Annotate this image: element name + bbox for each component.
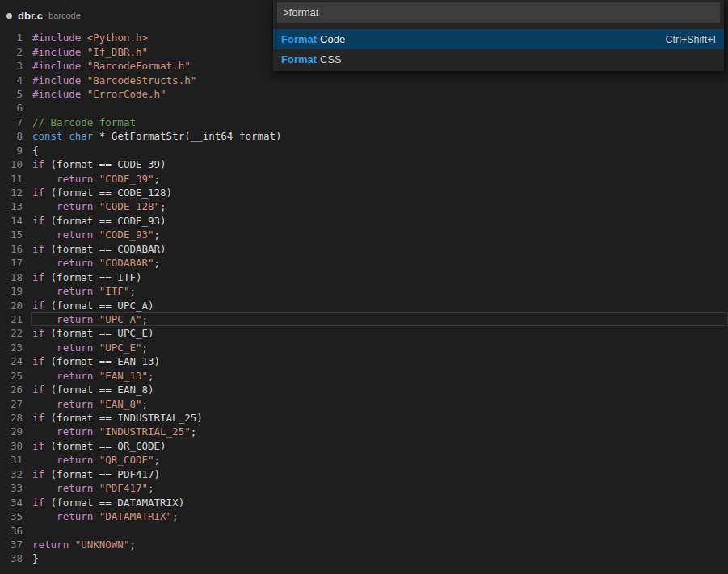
code-line-content[interactable]: return "CODE_39"; [31, 171, 728, 185]
line-number[interactable]: 19 [0, 285, 23, 297]
palette-item[interactable]: FormatCSS [273, 49, 724, 69]
code-line[interactable]: 8const char * GetFormatStr(__int64 forma… [0, 129, 728, 143]
code-line-content[interactable]: return "ITF"; [31, 284, 728, 298]
code-line[interactable]: 34if (format == DATAMATRIX) [0, 495, 728, 509]
code-line[interactable]: 22if (format == UPC_E) [0, 326, 728, 340]
code-line[interactable]: 23 return "UPC_E"; [0, 341, 728, 354]
code-line-content[interactable]: if (format == CODE_39) [31, 157, 728, 171]
code-line-content[interactable]: return "UPC_A"; [31, 312, 728, 326]
code-line-content[interactable]: if (format == CODE_93) [31, 214, 728, 228]
code-line-content[interactable] [31, 101, 728, 115]
code-line-content[interactable]: return "UNKNOWN"; [31, 538, 728, 551]
line-number[interactable]: 10 [0, 158, 23, 170]
line-number[interactable]: 1 [0, 31, 23, 44]
code-line-content[interactable]: return "UPC_E"; [31, 341, 728, 354]
code-line-content[interactable]: return "DATAMATRIX"; [31, 509, 728, 523]
line-number[interactable]: 30 [0, 440, 23, 452]
line-number[interactable]: 18 [0, 271, 23, 283]
code-line[interactable]: 25 return "EAN_13"; [0, 369, 728, 383]
line-number[interactable]: 14 [0, 215, 23, 227]
line-number[interactable]: 9 [0, 145, 23, 157]
code-line[interactable]: 21 return "UPC_A"; [0, 312, 728, 326]
line-number[interactable]: 38 [0, 552, 23, 564]
line-number[interactable]: 3 [0, 60, 23, 72]
code-line-content[interactable]: const char * GetFormatStr(__int64 format… [31, 129, 728, 143]
code-line-content[interactable]: if (format == PDF417) [31, 467, 728, 481]
code-line[interactable]: 7// Barcode format [0, 115, 728, 129]
code-line[interactable]: 18if (format == ITF) [0, 270, 728, 283]
code-line[interactable]: 11 return "CODE_39"; [0, 171, 728, 185]
code-line[interactable]: 12if (format == CODE_128) [0, 186, 728, 199]
code-line-content[interactable]: return "PDF417"; [31, 481, 728, 495]
code-line[interactable]: 17 return "CODABAR"; [0, 256, 728, 270]
line-number[interactable]: 34 [0, 496, 23, 509]
code-line[interactable]: 10if (format == CODE_39) [0, 157, 728, 171]
code-line-content[interactable]: if (format == CODE_128) [31, 186, 728, 199]
code-line[interactable]: 15 return "CODE_93"; [0, 228, 728, 241]
code-line[interactable]: 26if (format == EAN_8) [0, 383, 728, 396]
code-line-content[interactable]: } [31, 551, 728, 565]
command-palette-input[interactable] [277, 2, 720, 23]
code-line[interactable]: 37return "UNKNOWN"; [0, 538, 728, 551]
code-line[interactable]: 9{ [0, 144, 728, 157]
code-line-content[interactable]: return "QR_CODE"; [31, 453, 728, 467]
line-number[interactable]: 20 [0, 300, 23, 312]
code-line[interactable]: 5#include "ErrorCode.h" [0, 87, 728, 101]
code-line[interactable]: 33 return "PDF417"; [0, 481, 728, 495]
palette-item[interactable]: FormatCodeCtrl+Shift+I [273, 29, 724, 49]
line-number[interactable]: 25 [0, 370, 23, 382]
line-number[interactable]: 4 [0, 74, 23, 86]
code-line[interactable]: 24if (format == EAN_13) [0, 354, 728, 368]
code-line-content[interactable]: return "INDUSTRIAL_25"; [31, 425, 728, 438]
code-line[interactable]: 4#include "BarcodeStructs.h" [0, 73, 728, 86]
code-line[interactable]: 27 return "EAN_8"; [0, 396, 728, 410]
code-line-content[interactable] [31, 523, 728, 537]
code-line-content[interactable]: return "CODE_128"; [31, 199, 728, 213]
line-number[interactable]: 2 [0, 46, 23, 58]
line-number[interactable]: 32 [0, 468, 23, 480]
code-line-content[interactable]: if (format == QR_CODE) [31, 439, 728, 453]
code-line[interactable]: 6 [0, 101, 728, 115]
line-number[interactable]: 26 [0, 383, 23, 396]
line-number[interactable]: 33 [0, 482, 23, 494]
code-editor[interactable]: 1#include <Python.h>2#include "If_DBR.h"… [0, 31, 728, 574]
code-line-content[interactable]: { [31, 144, 728, 157]
code-line-content[interactable]: return "CODE_93"; [31, 228, 728, 241]
code-line[interactable]: 20if (format == UPC_A) [0, 298, 728, 312]
code-line[interactable]: 31 return "QR_CODE"; [0, 453, 728, 467]
line-number[interactable]: 23 [0, 341, 23, 354]
code-line-content[interactable]: return "CODABAR"; [31, 256, 728, 270]
code-line-content[interactable]: if (format == INDUSTRIAL_25) [31, 411, 728, 425]
code-line[interactable]: 28if (format == INDUSTRIAL_25) [0, 411, 728, 425]
code-line-content[interactable]: if (format == EAN_13) [31, 354, 728, 368]
line-number[interactable]: 8 [0, 130, 23, 142]
code-line[interactable]: 38} [0, 551, 728, 565]
line-number[interactable]: 31 [0, 454, 23, 466]
line-number[interactable]: 12 [0, 186, 23, 199]
line-number[interactable]: 5 [0, 88, 23, 100]
line-number[interactable]: 27 [0, 398, 23, 410]
code-line[interactable]: 13 return "CODE_128"; [0, 199, 728, 213]
code-line[interactable]: 29 return "INDUSTRIAL_25"; [0, 425, 728, 438]
code-line[interactable]: 30if (format == QR_CODE) [0, 439, 728, 453]
line-number[interactable]: 6 [0, 102, 23, 114]
code-line-content[interactable]: return "EAN_8"; [31, 396, 728, 410]
code-line-content[interactable]: #include "ErrorCode.h" [31, 87, 728, 101]
line-number[interactable]: 36 [0, 525, 23, 537]
line-number[interactable]: 28 [0, 412, 23, 424]
code-line-content[interactable]: return "EAN_13"; [31, 369, 728, 383]
line-number[interactable]: 21 [0, 313, 23, 325]
code-line-content[interactable]: if (format == EAN_8) [31, 383, 728, 396]
line-number[interactable]: 22 [0, 327, 23, 339]
code-line[interactable]: 14if (format == CODE_93) [0, 214, 728, 228]
line-number[interactable]: 15 [0, 228, 23, 241]
code-line[interactable]: 16if (format == CODABAR) [0, 242, 728, 256]
code-line-content[interactable]: if (format == ITF) [31, 270, 728, 283]
line-number[interactable]: 35 [0, 510, 23, 522]
code-line[interactable]: 35 return "DATAMATRIX"; [0, 509, 728, 523]
line-number[interactable]: 24 [0, 355, 23, 367]
code-line-content[interactable]: if (format == DATAMATRIX) [31, 495, 728, 509]
code-line[interactable]: 19 return "ITF"; [0, 284, 728, 298]
code-line-content[interactable]: // Barcode format [31, 115, 728, 129]
line-number[interactable]: 29 [0, 425, 23, 438]
